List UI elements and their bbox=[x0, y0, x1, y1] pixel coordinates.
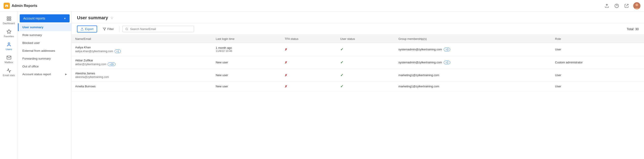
cell-role: User bbox=[551, 82, 644, 91]
status-check-icon: ✓ bbox=[340, 73, 343, 77]
app-name: Admin Reports bbox=[12, 4, 37, 8]
star-icon[interactable]: ☆ bbox=[110, 16, 114, 20]
filter-label: Filter bbox=[108, 27, 114, 31]
email-badge: +29 bbox=[108, 63, 116, 66]
tfa-x-icon: ✗ bbox=[285, 48, 287, 51]
nav-sidebar: Account reports ▼ User summary Role summ… bbox=[18, 12, 72, 159]
search-input[interactable] bbox=[130, 27, 191, 31]
col-user-status: User status bbox=[337, 35, 395, 43]
cell-group: marketing1@zylkertraining.com bbox=[395, 69, 552, 82]
nav-item-blocked-user[interactable]: Blocked user bbox=[18, 39, 72, 47]
toolbar: Export Filter Total: 30 bbox=[72, 23, 644, 35]
group-email: marketing1@zylkertraining.com bbox=[398, 85, 439, 88]
cell-group: systemadmin@zylkertraining.com +3 bbox=[395, 43, 552, 56]
tfa-x-icon: ✗ bbox=[285, 85, 287, 88]
svg-marker-13 bbox=[103, 28, 106, 30]
filter-button[interactable]: Filter bbox=[100, 26, 117, 32]
svg-rect-7 bbox=[9, 17, 10, 18]
cell-user-status: ✓ bbox=[337, 56, 395, 69]
user-name: Amelia Burrows bbox=[75, 85, 208, 88]
col-last-login: Last login time bbox=[212, 35, 281, 43]
cell-name-email: Amelia Burrows bbox=[72, 82, 212, 91]
svg-point-5 bbox=[636, 4, 638, 6]
cell-name-email: Aleesha James aleesha@zylkertraining.com bbox=[72, 69, 212, 82]
upload-icon-btn[interactable] bbox=[604, 3, 610, 9]
sidebar-item-emailstats-label: Email stats bbox=[3, 74, 15, 77]
account-reports-header[interactable]: Account reports ▼ bbox=[20, 14, 70, 22]
cell-last-login: New user bbox=[212, 82, 281, 91]
nav-item-account-status-label: Account status report bbox=[22, 73, 51, 76]
user-table-container: Name/Email Last login time TFA status Us… bbox=[72, 35, 644, 159]
sidebar-item-mailbox[interactable]: Mailbox bbox=[1, 53, 17, 65]
cell-name-email: Akbar Zulfikar akbar@zylkertraining.com … bbox=[72, 56, 212, 69]
nav-item-account-status[interactable]: Account status report ▶ bbox=[18, 70, 72, 78]
user-name: Akbar Zulfikar bbox=[75, 59, 208, 62]
svg-line-15 bbox=[127, 30, 128, 30]
col-group: Group membership(s) bbox=[395, 35, 552, 43]
nav-item-out-of-office-label: Out of office bbox=[22, 65, 39, 68]
col-name-email: Name/Email bbox=[72, 35, 212, 43]
table-row: Amelia BurrowsNew user✗✓ marketing1@zylk… bbox=[72, 82, 644, 91]
sidebar-item-users[interactable]: Users bbox=[1, 40, 17, 52]
status-check-icon: ✓ bbox=[340, 60, 343, 64]
nav-item-forwarding-summary-label: Forwarding summary bbox=[22, 57, 51, 60]
svg-point-11 bbox=[8, 43, 10, 44]
topbar: Admin Reports bbox=[0, 0, 644, 12]
page-title: User summary bbox=[77, 15, 108, 20]
cell-last-login: New user bbox=[212, 69, 281, 82]
cell-user-status: ✓ bbox=[337, 82, 395, 91]
search-box[interactable] bbox=[122, 26, 194, 32]
export-icon bbox=[80, 28, 84, 31]
group-email: marketing1@zylkertraining.com bbox=[398, 73, 439, 77]
user-email: aaliya.khan@zylkertraining.com +1 bbox=[75, 50, 208, 53]
sidebar-item-emailstats[interactable]: Email stats bbox=[1, 66, 17, 78]
sidebar-item-dashboard-label: Dashboard bbox=[3, 22, 15, 25]
group-email: systemadmin@zylkertraining.com bbox=[398, 48, 442, 51]
user-email: akbar@zylkertraining.com +29 bbox=[75, 63, 208, 66]
status-check-icon: ✓ bbox=[340, 84, 343, 88]
export-button[interactable]: Export bbox=[77, 26, 97, 33]
export-label: Export bbox=[85, 27, 94, 31]
group-email: systemadmin@zylkertraining.com bbox=[398, 61, 442, 64]
nav-item-forwarding-summary[interactable]: Forwarding summary bbox=[18, 55, 72, 63]
group-badge: +2 bbox=[444, 61, 450, 64]
table-row: Aleesha James aleesha@zylkertraining.com… bbox=[72, 69, 644, 82]
cell-user-status: ✓ bbox=[337, 69, 395, 82]
share-icon-btn[interactable] bbox=[624, 3, 630, 9]
svg-marker-10 bbox=[7, 30, 11, 33]
cell-name-email: Aaliya Khan aaliya.khan@zylkertraining.c… bbox=[72, 43, 212, 56]
cell-role: User bbox=[551, 69, 644, 82]
nav-item-out-of-office[interactable]: Out of office bbox=[18, 63, 72, 70]
sidebar-item-favorites-label: Favorites bbox=[4, 35, 14, 38]
toolbar-divider bbox=[120, 27, 120, 32]
group-badge: +3 bbox=[444, 48, 450, 51]
nav-item-role-summary-label: Role summary bbox=[22, 33, 42, 37]
app-logo: Admin Reports bbox=[4, 3, 48, 9]
nav-item-blocked-user-label: Blocked user bbox=[22, 41, 40, 45]
nav-item-role-summary[interactable]: Role summary bbox=[18, 31, 72, 39]
table-row: Akbar Zulfikar akbar@zylkertraining.com … bbox=[72, 56, 644, 69]
chevron-right-icon: ▶ bbox=[65, 73, 67, 76]
tfa-x-icon: ✗ bbox=[285, 73, 287, 77]
cell-tfa: ✗ bbox=[281, 56, 336, 69]
svg-rect-8 bbox=[7, 19, 8, 20]
nav-item-user-summary[interactable]: User summary bbox=[18, 23, 72, 31]
cell-group: marketing1@zylkertraining.com bbox=[395, 82, 552, 91]
user-table: Name/Email Last login time TFA status Us… bbox=[72, 35, 644, 91]
col-tfa: TFA status bbox=[281, 35, 336, 43]
logo-icon bbox=[4, 3, 10, 9]
cell-tfa: ✗ bbox=[281, 82, 336, 91]
user-avatar[interactable] bbox=[633, 2, 640, 10]
cell-role: User bbox=[551, 43, 644, 56]
sidebar-item-users-label: Users bbox=[6, 48, 12, 51]
sidebar-item-favorites[interactable]: Favorites bbox=[1, 27, 17, 39]
nav-item-external-from[interactable]: External from addresses bbox=[18, 47, 72, 55]
status-check-icon: ✓ bbox=[340, 48, 343, 51]
col-role: Role bbox=[551, 35, 644, 43]
help-icon-btn[interactable] bbox=[614, 3, 620, 9]
sidebar-item-dashboard[interactable]: Dashboard bbox=[1, 14, 17, 27]
search-icon bbox=[125, 28, 128, 31]
cell-user-status: ✓ bbox=[337, 43, 395, 56]
user-email: aleesha@zylkertraining.com bbox=[75, 75, 208, 79]
svg-rect-9 bbox=[9, 19, 10, 20]
